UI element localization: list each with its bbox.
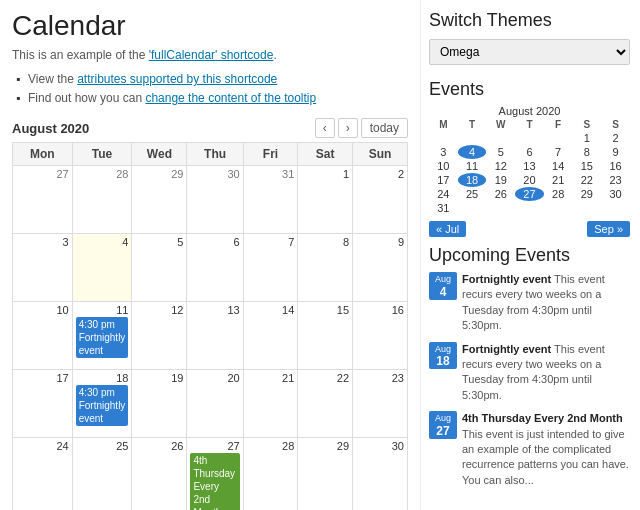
calendar-day[interactable]: 2 <box>353 166 408 234</box>
mini-cal-day[interactable] <box>429 131 458 145</box>
mini-cal-day[interactable]: 26 <box>486 187 515 201</box>
calendar-day[interactable]: 3 <box>13 234 73 302</box>
calendar-event[interactable]: 4th Thursday Every 2nd Month <box>190 453 239 510</box>
mini-cal-day[interactable]: 16 <box>601 159 630 173</box>
mini-prev-button[interactable]: « Jul <box>429 221 466 237</box>
events-title: Events <box>429 79 630 100</box>
mini-cal-day[interactable] <box>573 201 602 215</box>
mini-cal-day[interactable] <box>601 201 630 215</box>
calendar-day[interactable]: 114:30 pm Fortnightly event <box>72 302 132 370</box>
calendar-day[interactable]: 26 <box>132 438 187 510</box>
calendar-day[interactable]: 6 <box>187 234 243 302</box>
calendar-day[interactable]: 28 <box>243 438 298 510</box>
mini-cal-day[interactable] <box>458 131 487 145</box>
mini-cal-day[interactable]: 14 <box>544 159 573 173</box>
calendar-day[interactable]: 12 <box>132 302 187 370</box>
calendar-day[interactable]: 19 <box>132 370 187 438</box>
tooltip-link[interactable]: change the content of the tooltip <box>145 91 316 105</box>
mini-cal-day[interactable]: 2 <box>601 131 630 145</box>
mini-cal-day[interactable]: 6 <box>515 145 544 159</box>
mini-cal-day[interactable]: 11 <box>458 159 487 173</box>
mini-cal-day[interactable]: 15 <box>573 159 602 173</box>
col-wed: Wed <box>132 143 187 166</box>
today-button[interactable]: today <box>361 118 408 138</box>
calendar-day[interactable]: 23 <box>353 370 408 438</box>
mini-cal-day[interactable] <box>458 201 487 215</box>
upcoming-events-list: Aug 4 Fortnightly event This event recur… <box>429 272 630 488</box>
mini-cal-day[interactable]: 10 <box>429 159 458 173</box>
mini-cal-day[interactable]: 28 <box>544 187 573 201</box>
mini-cal-day[interactable] <box>544 201 573 215</box>
calendar-day[interactable]: 29 <box>298 438 353 510</box>
prev-month-button[interactable]: ‹ <box>315 118 335 138</box>
mini-cal-day[interactable]: 9 <box>601 145 630 159</box>
mini-cal-day[interactable]: 31 <box>429 201 458 215</box>
calendar-day[interactable]: 8 <box>298 234 353 302</box>
mini-cal-day[interactable] <box>515 131 544 145</box>
mini-cal-day[interactable]: 4 <box>458 145 487 159</box>
calendar-day[interactable]: 13 <box>187 302 243 370</box>
mini-cal-day[interactable]: 30 <box>601 187 630 201</box>
mini-cal-day[interactable]: 22 <box>573 173 602 187</box>
calendar-day[interactable]: 25 <box>72 438 132 510</box>
calendar-day[interactable]: 274th Thursday Every 2nd Month <box>187 438 243 510</box>
calendar-day[interactable]: 4 <box>72 234 132 302</box>
mini-cal-day[interactable]: 19 <box>486 173 515 187</box>
mini-cal-day[interactable] <box>486 131 515 145</box>
mini-cal-day[interactable]: 23 <box>601 173 630 187</box>
calendar-day[interactable]: 10 <box>13 302 73 370</box>
mini-cal-week-row: 3456789 <box>429 145 630 159</box>
mini-cal-day[interactable] <box>515 201 544 215</box>
day-number: 7 <box>247 236 295 248</box>
mini-cal-day[interactable]: 17 <box>429 173 458 187</box>
calendar-day[interactable]: 30 <box>353 438 408 510</box>
calendar-day[interactable]: 24 <box>13 438 73 510</box>
theme-select[interactable]: Omega Alpha Beta Gamma <box>429 39 630 65</box>
calendar-day[interactable]: 16 <box>353 302 408 370</box>
mini-cal-day[interactable]: 12 <box>486 159 515 173</box>
calendar-day[interactable]: 7 <box>243 234 298 302</box>
fullcalendar-link[interactable]: 'fullCalendar' shortcode <box>149 48 274 62</box>
calendar-day[interactable]: 30 <box>187 166 243 234</box>
next-month-button[interactable]: › <box>338 118 358 138</box>
calendar-day[interactable]: 1 <box>298 166 353 234</box>
mini-cal-day[interactable]: 13 <box>515 159 544 173</box>
calendar-event[interactable]: 4:30 pm Fortnightly event <box>76 317 129 358</box>
mini-cal-day[interactable]: 5 <box>486 145 515 159</box>
mini-cal-day[interactable]: 24 <box>429 187 458 201</box>
mini-cal-day[interactable]: 8 <box>573 145 602 159</box>
mini-cal-day[interactable]: 3 <box>429 145 458 159</box>
calendar-day[interactable]: 28 <box>72 166 132 234</box>
calendar-day[interactable]: 5 <box>132 234 187 302</box>
day-number: 17 <box>16 372 69 384</box>
calendar-day[interactable]: 29 <box>132 166 187 234</box>
event-title: Fortnightly event <box>462 273 551 285</box>
upcoming-event-item: Aug 18 Fortnightly event This event recu… <box>429 342 630 404</box>
mini-cal-day[interactable]: 27 <box>515 187 544 201</box>
attributes-link[interactable]: attributes supported by this shortcode <box>77 72 277 86</box>
calendar-day[interactable]: 31 <box>243 166 298 234</box>
calendar-day[interactable]: 22 <box>298 370 353 438</box>
calendar-day[interactable]: 27 <box>13 166 73 234</box>
calendar-week-row: 17184:30 pm Fortnightly event1920212223 <box>13 370 408 438</box>
calendar-day[interactable]: 17 <box>13 370 73 438</box>
mini-cal-day[interactable]: 7 <box>544 145 573 159</box>
mini-cal-day[interactable]: 20 <box>515 173 544 187</box>
calendar-day[interactable]: 20 <box>187 370 243 438</box>
mini-cal-day[interactable] <box>486 201 515 215</box>
mini-cal-day[interactable]: 18 <box>458 173 487 187</box>
calendar-day[interactable]: 14 <box>243 302 298 370</box>
mini-cal-day[interactable]: 21 <box>544 173 573 187</box>
calendar-day[interactable]: 15 <box>298 302 353 370</box>
calendar-day[interactable]: 21 <box>243 370 298 438</box>
event-description: 4th Thursday Every 2nd Month This event … <box>462 411 630 488</box>
mini-next-button[interactable]: Sep » <box>587 221 630 237</box>
mini-cal-day[interactable] <box>544 131 573 145</box>
mini-cal-day[interactable]: 29 <box>573 187 602 201</box>
calendar-day[interactable]: 184:30 pm Fortnightly event <box>72 370 132 438</box>
mini-cal-day[interactable]: 25 <box>458 187 487 201</box>
bullet-item-1: View the attributes supported by this sh… <box>16 70 408 89</box>
calendar-event[interactable]: 4:30 pm Fortnightly event <box>76 385 129 426</box>
calendar-day[interactable]: 9 <box>353 234 408 302</box>
mini-cal-day[interactable]: 1 <box>573 131 602 145</box>
